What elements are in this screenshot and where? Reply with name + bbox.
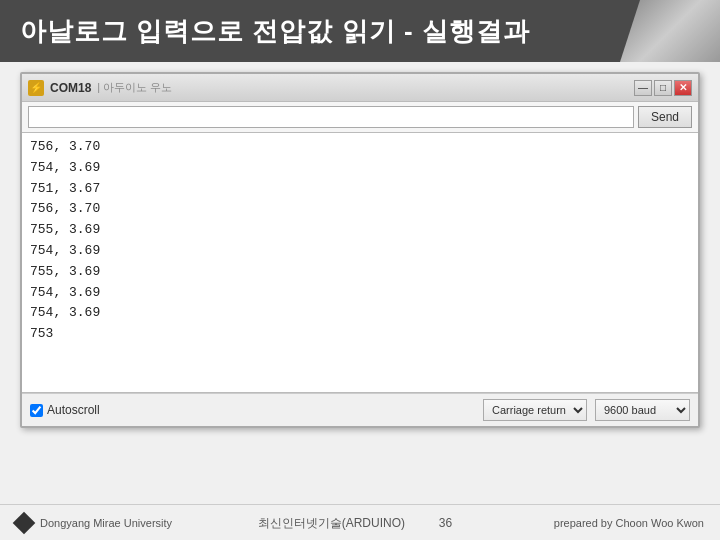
serial-line: 751, 3.67: [30, 179, 690, 200]
page-number: 36: [439, 516, 452, 530]
window-icon: ⚡: [28, 80, 44, 96]
serial-line: 754, 3.69: [30, 303, 690, 324]
input-bar: Send: [22, 102, 698, 133]
prepared-by: prepared by Choon Woo Kwon: [554, 517, 704, 529]
close-button[interactable]: ✕: [674, 80, 692, 96]
serial-line: 756, 3.70: [30, 137, 690, 158]
serial-line: 755, 3.69: [30, 262, 690, 283]
footer-center: 최신인터넷기술(ARDUINO) 36: [172, 513, 554, 532]
serial-line: 753: [30, 324, 690, 345]
autoscroll-checkbox[interactable]: [30, 404, 43, 417]
serial-line: 755, 3.69: [30, 220, 690, 241]
baud-rate-dropdown[interactable]: 300 baud1200 baud2400 baud4800 baud9600 …: [595, 399, 690, 421]
serial-line: 754, 3.69: [30, 241, 690, 262]
diamond-icon: [13, 511, 36, 534]
window-titlebar: ⚡ COM18 | 아두이노 우노 — □ ✕: [22, 74, 698, 102]
header-decoration: [620, 0, 720, 62]
page-title: 아날로그 입력으로 전압값 읽기 - 실행결과: [20, 14, 530, 49]
window-controls: — □ ✕: [634, 80, 692, 96]
minimize-button[interactable]: —: [634, 80, 652, 96]
serial-line: 756, 3.70: [30, 199, 690, 220]
course-name: 최신인터넷기술(ARDUINO): [258, 516, 405, 530]
window-title-left: ⚡ COM18 | 아두이노 우노: [28, 80, 172, 96]
autoscroll-label[interactable]: Autoscroll: [30, 403, 100, 417]
serial-line: 754, 3.69: [30, 158, 690, 179]
serial-monitor-window: ⚡ COM18 | 아두이노 우노 — □ ✕ Send 756, 3.70 7…: [20, 72, 700, 428]
serial-output: 756, 3.70 754, 3.69 751, 3.67 756, 3.70 …: [22, 133, 698, 393]
send-button[interactable]: Send: [638, 106, 692, 128]
university-name: Dongyang Mirae University: [40, 517, 172, 529]
bottom-toolbar: Autoscroll No line endingNewlineCarriage…: [22, 393, 698, 426]
window-title-suffix: | 아두이노 우노: [97, 80, 172, 95]
header: 아날로그 입력으로 전압값 읽기 - 실행결과: [0, 0, 720, 62]
maximize-button[interactable]: □: [654, 80, 672, 96]
window-title-text: COM18: [50, 81, 91, 95]
serial-input[interactable]: [28, 106, 634, 128]
autoscroll-text: Autoscroll: [47, 403, 100, 417]
line-ending-dropdown[interactable]: No line endingNewlineCarriage returnBoth…: [483, 399, 587, 421]
footer: Dongyang Mirae University 최신인터넷기술(ARDUIN…: [0, 504, 720, 540]
serial-line: 754, 3.69: [30, 283, 690, 304]
